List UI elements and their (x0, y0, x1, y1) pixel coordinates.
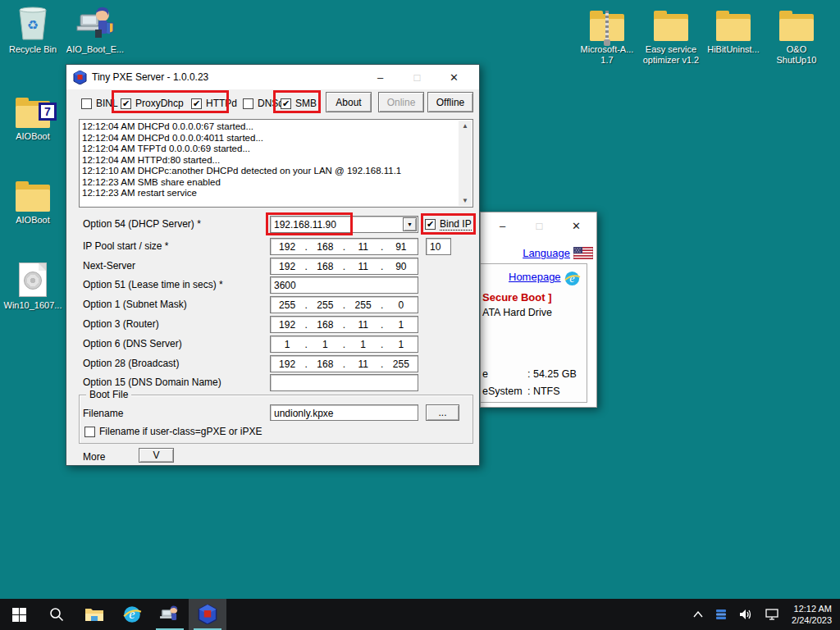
icon-label-line1: HiBitUninst... (704, 44, 763, 55)
smb-checkbox[interactable]: ✔ (281, 98, 291, 109)
tiny-pxe-taskbar-button[interactable] (189, 599, 226, 630)
folder-icon (767, 5, 826, 41)
icon-label-line2: 1.7 (600, 55, 613, 65)
scroll-up-icon[interactable]: ▲ (462, 121, 468, 132)
aio-boot-person-icon (66, 5, 125, 41)
desktop-icon-recycle-bin[interactable]: ♻ Recycle Bin (3, 5, 62, 55)
icon-label: Recycle Bin (3, 44, 62, 55)
iso-file-icon (3, 261, 62, 297)
bind-ip-checkbox[interactable]: ✔ (425, 219, 436, 230)
volume-icon[interactable] (739, 608, 754, 621)
folder-icon (641, 5, 701, 41)
tray-chevron-up-icon[interactable] (693, 611, 703, 618)
aio-content-panel: Homepage e Secure Boot ] ATA Hard Drive … (481, 263, 587, 403)
tiny-pxe-window: Tiny PXE Server - 1.0.0.23 – □ ✕ BINL ✔ … (66, 64, 480, 466)
us-flag-icon (573, 247, 593, 259)
internet-explorer-button[interactable]: e (113, 599, 151, 630)
start-button[interactable] (0, 599, 38, 630)
search-button[interactable] (38, 599, 75, 630)
taskbar-clock[interactable]: 12:12 AM 2/24/2023 (792, 603, 832, 626)
checkbox-dnsd[interactable]: DNSd (243, 98, 284, 109)
lease-time-field[interactable]: 3600 (270, 276, 418, 294)
log-scrollbar[interactable]: ▲ ▼ (459, 121, 472, 206)
dns-domain-field[interactable] (270, 374, 418, 391)
field-label: Option 51 (Lease time in secs) * (83, 279, 223, 290)
log-line: 12:12:10 AM DHCPc:another DHCPd detected… (82, 166, 456, 177)
offline-button[interactable]: Offline (427, 92, 473, 112)
desktop-icon-aio-boot-extractor[interactable]: AIO_Boot_E... (66, 5, 125, 55)
field-label: Option 3 (Router) (83, 318, 159, 330)
desktop-icon-oo-shutup10[interactable]: O&OShutUp10 (767, 5, 826, 66)
log-line: 12:12:04 AM TFPTd 0.0.0.0:69 started... (82, 144, 456, 155)
search-icon (48, 606, 65, 623)
file-explorer-button[interactable] (75, 599, 113, 630)
gpxe-filename-option[interactable]: Filename if user-class=gPXE or iPXE (84, 426, 262, 437)
subnet-mask-field[interactable]: 255. 255. 255. 0 (270, 296, 418, 313)
system-tray: 12:12 AM 2/24/2023 (693, 599, 840, 630)
dnsd-checkbox[interactable] (243, 98, 253, 109)
gpxe-checkbox[interactable] (84, 427, 95, 437)
close-icon[interactable]: ✕ (436, 71, 472, 84)
aio-boot-window: – □ ✕ Language Homepage e Secure Boot ] … (480, 212, 597, 408)
ip-pool-start-field[interactable]: 192. 168. 11. 91 (270, 238, 418, 255)
desktop-icon-aioboot-archive[interactable]: 7 AIOBoot (3, 92, 62, 142)
proxydhcp-checkbox[interactable]: ✔ (121, 98, 131, 109)
minimize-icon[interactable]: – (484, 220, 521, 232)
language-link[interactable]: Language (523, 247, 570, 259)
filesystem-value: : NTFS (527, 386, 560, 397)
aio-titlebar[interactable]: – □ ✕ (481, 212, 596, 239)
checkbox-smb[interactable]: ✔ SMB (281, 98, 317, 109)
broadcast-field[interactable]: 192. 168. 11. 255 (270, 355, 418, 372)
online-button[interactable]: Online (378, 92, 424, 112)
log-line: 12:12:04 AM DHCPd 0.0.0.0:67 started... (82, 121, 456, 133)
desktop-icon-hibit-uninstaller[interactable]: HiBitUninst... (704, 5, 763, 55)
svg-text:e: e (569, 272, 575, 285)
icon-label: AIOBoot (3, 131, 62, 142)
scroll-down-icon[interactable]: ▼ (462, 195, 468, 207)
checkbox-binl[interactable]: BINL (81, 98, 118, 109)
dhcp-server-combobox[interactable]: 192.168.11.90 ▼ (270, 216, 418, 233)
icon-label-line2: optimizer v1.2 (643, 55, 699, 65)
desktop-icon-aioboot-folder[interactable]: AIOBoot (3, 176, 62, 226)
icon-label: AIO_Boot_E... (66, 44, 125, 55)
dns-server-field[interactable]: 1. 1. 1. 1 (270, 336, 418, 353)
tray-app-icon[interactable] (714, 608, 728, 621)
log-line: 12:12:23 AM SMB share enabled (82, 177, 456, 189)
about-button[interactable]: About (326, 92, 372, 112)
minimize-icon[interactable]: – (362, 71, 399, 84)
next-server-field[interactable]: 192. 168. 11. 90 (270, 258, 418, 275)
combobox-dropdown-button[interactable]: ▼ (403, 217, 417, 231)
desktop-icon-microsoft-activation[interactable]: Microsoft-A...1.7 (578, 5, 637, 66)
maximize-icon[interactable]: □ (521, 220, 558, 232)
homepage-link[interactable]: Homepage (509, 271, 561, 283)
binl-checkbox[interactable] (81, 98, 92, 109)
aio-boot-taskbar-button[interactable] (151, 599, 189, 630)
window-title: Tiny PXE Server - 1.0.0.23 (92, 71, 208, 83)
field-label: Option 15 (DNS Domain Name) (83, 377, 221, 388)
icon-label: Win10_1607... (3, 300, 62, 311)
clock-date: 2/24/2023 (792, 614, 832, 626)
browse-button[interactable]: ... (426, 404, 459, 421)
close-icon[interactable]: ✕ (558, 220, 595, 232)
log-output[interactable]: 12:12:04 AM DHCPd 0.0.0.0:67 started... … (79, 119, 473, 208)
maximize-icon[interactable]: □ (399, 71, 436, 84)
checkbox-proxydhcp[interactable]: ✔ ProxyDhcp (121, 98, 184, 109)
network-icon[interactable] (765, 609, 780, 621)
router-field[interactable]: 192. 168. 11. 1 (270, 316, 418, 333)
bind-ip-option[interactable]: ✔ Bind IP (425, 218, 472, 231)
more-expand-button[interactable]: V (139, 448, 174, 463)
desktop-icon-easy-service-optimizer[interactable]: Easy serviceoptimizer v1.2 (641, 5, 701, 66)
folder-icon (3, 176, 62, 212)
desktop-icon-win10-iso[interactable]: Win10_1607... (3, 261, 62, 311)
icon-label-line1: Easy service (646, 44, 696, 54)
ip-pool-size-field[interactable]: 10 (426, 238, 451, 255)
pxe-titlebar[interactable]: Tiny PXE Server - 1.0.0.23 – □ ✕ (66, 65, 479, 89)
filename-field[interactable]: undionly.kpxe (270, 404, 418, 421)
clock-time: 12:12 AM (792, 603, 832, 614)
checkbox-httpd[interactable]: ✔ HTTPd (191, 98, 237, 109)
aio-boot-person-icon (159, 605, 180, 624)
secure-boot-text: Secure Boot ] (482, 291, 552, 304)
svg-text:e: e (129, 606, 135, 622)
httpd-checkbox[interactable]: ✔ (191, 98, 202, 109)
svg-text:♻: ♻ (27, 18, 39, 32)
